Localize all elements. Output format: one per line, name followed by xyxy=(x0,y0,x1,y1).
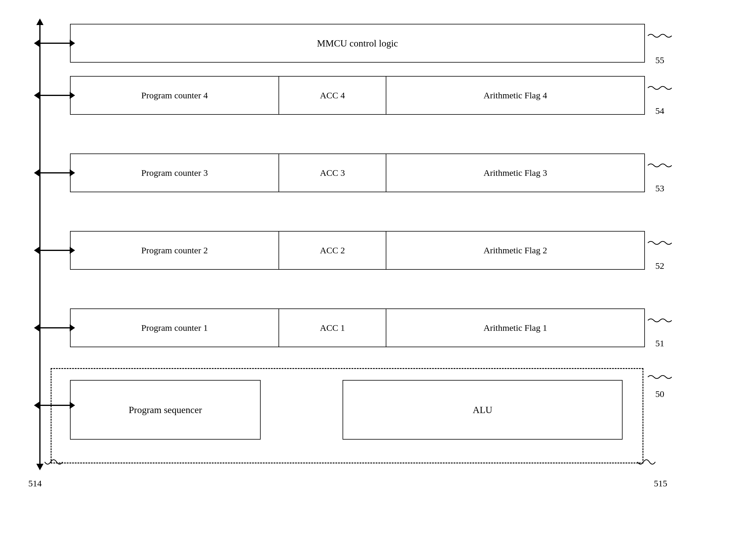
squiggle-55 xyxy=(645,33,681,57)
row4-block: Program counter 4 ACC 4 Arithmetic Flag … xyxy=(70,76,645,115)
row3-acc-label: ACC 3 xyxy=(320,168,345,178)
vertical-arrow xyxy=(39,24,41,465)
alu-label: ALU xyxy=(473,404,492,416)
row1-acc-label: ACC 1 xyxy=(320,323,345,333)
row4-flag-cell: Arithmetic Flag 4 xyxy=(386,77,644,114)
row4-pc-cell: Program counter 4 xyxy=(70,77,279,114)
squiggle-54 xyxy=(645,85,681,109)
squiggle-52 xyxy=(645,240,681,264)
diagram-container: MMCU control logic 55 Program counter 4 … xyxy=(24,18,709,539)
row4-acc-cell: ACC 4 xyxy=(279,77,386,114)
h-arrow-mmcu xyxy=(41,43,70,44)
row4-acc-label: ACC 4 xyxy=(320,90,345,100)
row3-block: Program counter 3 ACC 3 Arithmetic Flag … xyxy=(70,154,645,192)
ref-51: 51 xyxy=(655,338,664,348)
ref-54: 54 xyxy=(655,106,664,116)
h-arrow-bottom xyxy=(41,405,70,406)
row1-acc-cell: ACC 1 xyxy=(279,309,386,346)
row2-block: Program counter 2 ACC 2 Arithmetic Flag … xyxy=(70,231,645,270)
row2-flag-cell: Arithmetic Flag 2 xyxy=(386,232,644,269)
row2-pc-label: Program counter 2 xyxy=(141,245,208,255)
ref-515: 515 xyxy=(654,478,667,488)
sequencer-label: Program sequencer xyxy=(129,404,202,416)
row3-flag-label: Arithmetic Flag 3 xyxy=(483,168,547,178)
row4-flag-label: Arithmetic Flag 4 xyxy=(483,90,547,100)
h-arrow-row2 xyxy=(41,250,70,251)
squiggle-51 xyxy=(645,317,681,341)
row2-pc-cell: Program counter 2 xyxy=(70,232,279,269)
mmcu-block: MMCU control logic xyxy=(70,24,645,63)
squiggle-53 xyxy=(645,162,681,186)
ref-53: 53 xyxy=(655,183,664,194)
row1-flag-label: Arithmetic Flag 1 xyxy=(483,323,547,333)
ref-514: 514 xyxy=(28,478,42,488)
row4-pc-label: Program counter 4 xyxy=(141,90,208,100)
row1-block: Program counter 1 ACC 1 Arithmetic Flag … xyxy=(70,308,645,347)
h-arrow-row4 xyxy=(41,95,70,96)
row2-acc-label: ACC 2 xyxy=(320,245,345,255)
row2-flag-label: Arithmetic Flag 2 xyxy=(483,245,547,255)
ref-50: 50 xyxy=(655,389,664,399)
alu-block: ALU xyxy=(342,380,623,440)
row3-pc-cell: Program counter 3 xyxy=(70,154,279,192)
h-arrow-row3 xyxy=(41,172,70,174)
sequencer-block: Program sequencer xyxy=(70,380,261,440)
ref-55: 55 xyxy=(655,55,664,65)
squiggle-514 xyxy=(42,459,71,483)
row3-flag-cell: Arithmetic Flag 3 xyxy=(386,154,644,192)
ref-52: 52 xyxy=(655,261,664,271)
row3-pc-label: Program counter 3 xyxy=(141,168,208,178)
mmcu-label: MMCU control logic xyxy=(317,38,398,49)
row2-acc-cell: ACC 2 xyxy=(279,232,386,269)
h-arrow-row1 xyxy=(41,327,70,328)
row1-pc-label: Program counter 1 xyxy=(141,323,208,333)
row1-flag-cell: Arithmetic Flag 1 xyxy=(386,309,644,346)
row1-pc-cell: Program counter 1 xyxy=(70,309,279,346)
row3-acc-cell: ACC 3 xyxy=(279,154,386,192)
